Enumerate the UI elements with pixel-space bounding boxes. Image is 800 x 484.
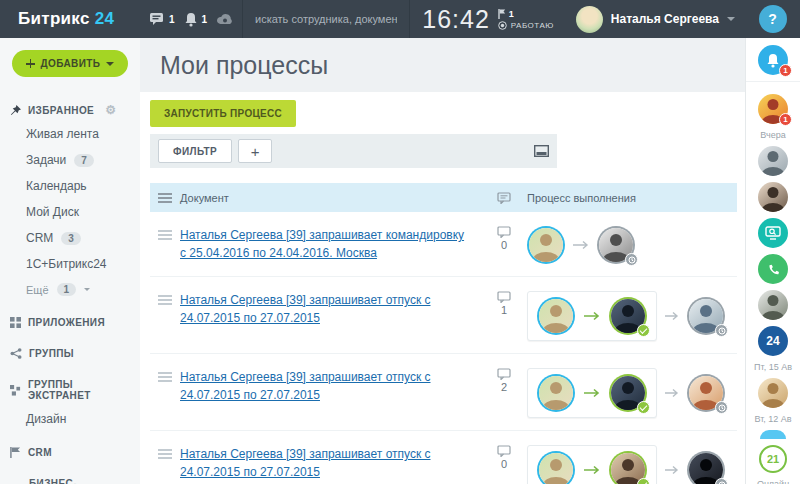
arrow-icon	[583, 465, 601, 475]
column-process[interactable]: Процесс выполнения	[527, 192, 737, 204]
sidebar-item-tasks[interactable]: Задачи7	[0, 147, 140, 173]
share-icon	[10, 348, 22, 359]
comments-cell[interactable]: 2	[481, 368, 527, 393]
menu-icon[interactable]	[158, 197, 172, 199]
chat-contact-avatar[interactable]	[758, 290, 788, 320]
document-link[interactable]: Наталья Сергеева [39] запрашивает отпуск…	[180, 291, 471, 327]
view-settings-icon[interactable]	[534, 145, 549, 157]
groups-title: ГРУППЫ	[29, 348, 74, 359]
work-status-label: РАБОТАЮ	[511, 21, 554, 30]
table-row[interactable]: Наталья Сергеева [39] запрашивает отпуск…	[150, 354, 737, 431]
start-process-button[interactable]: ЗАПУСТИТЬ ПРОЦЕСС	[150, 100, 296, 127]
chat-contact-avatar[interactable]	[758, 146, 788, 176]
sidebar-section-extranet-groups[interactable]: ГРУППЫ ЭКСТРАНЕТ	[0, 374, 140, 406]
column-document[interactable]: Документ	[180, 192, 481, 204]
comments-cell[interactable]: 0	[481, 445, 527, 470]
date-label: Вт, 12 Ав	[754, 414, 791, 424]
sidebar-section-groups[interactable]: ГРУППЫ	[0, 343, 140, 364]
approved-avatar[interactable]	[609, 451, 647, 484]
sidebar-item-crm[interactable]: CRM3	[0, 225, 140, 251]
table-row[interactable]: Наталья Сергеева [39] запрашивает команд…	[150, 212, 737, 277]
pending-approver-avatar[interactable]	[597, 226, 635, 264]
filter-button[interactable]: ФИЛЬТР	[158, 139, 232, 163]
sidebar-item-label: CRM	[26, 231, 53, 245]
screen-share-button[interactable]	[758, 218, 788, 248]
logo[interactable]: Битрикс 24	[0, 9, 140, 29]
sidebar-section-crm[interactable]: CRM	[0, 442, 140, 463]
notifications-count: 1	[202, 14, 208, 25]
notifications-button[interactable]: 1	[758, 45, 788, 75]
gear-icon[interactable]: ⚙	[105, 104, 116, 116]
initiator-avatar[interactable]	[537, 374, 575, 412]
work-time-widget[interactable]: 16:42 1 РАБОТАЮ	[410, 5, 566, 34]
pending-approver-avatar[interactable]	[687, 374, 725, 412]
comment-icon	[497, 368, 511, 380]
sidebar-item-calendar[interactable]: Календарь	[0, 173, 140, 199]
approved-avatar[interactable]	[609, 374, 647, 412]
help-button[interactable]: ?	[759, 5, 787, 33]
add-button[interactable]: ДОБАВИТЬ	[12, 50, 128, 77]
sidebar-item-live-feed[interactable]: Живая лента	[0, 121, 140, 147]
approved-avatar[interactable]	[609, 297, 647, 335]
bell-icon[interactable]	[184, 12, 198, 27]
waiting-status-icon	[715, 324, 728, 337]
document-link[interactable]: Наталья Сергеева [39] запрашивает отпуск…	[180, 368, 471, 404]
drag-handle-icon[interactable]	[158, 299, 172, 301]
completed-stage-box	[527, 291, 657, 341]
drag-handle-icon[interactable]	[158, 234, 172, 236]
sidebar-section-favorites: ИЗБРАННОЕ ⚙	[0, 99, 140, 121]
sidebar-item-my-drive[interactable]: Мой Диск	[0, 199, 140, 225]
comments-cell[interactable]: 1	[481, 291, 527, 316]
online-users-counter[interactable]: 21	[759, 445, 787, 473]
left-sidebar: ДОБАВИТЬ ИЗБРАННОЕ ⚙ Живая лента Задачи7…	[0, 38, 140, 484]
chat-contact-avatar[interactable]	[758, 182, 788, 212]
sidebar-item-label: Задачи	[26, 153, 66, 167]
bp-title: БИЗНЕС-ПРОЦЕССЫ	[29, 478, 130, 484]
topbar-notification-icons: 1 1	[140, 12, 242, 27]
sidebar-item-more[interactable]: Ещё1	[0, 277, 140, 302]
search-input[interactable]	[255, 13, 397, 25]
table-row[interactable]: Наталья Сергеева [39] запрашивает отпуск…	[150, 277, 737, 354]
table-row[interactable]: Наталья Сергеева [39] запрашивает отпуск…	[150, 431, 737, 484]
add-filter-button[interactable]: +	[238, 139, 272, 163]
initiator-avatar[interactable]	[537, 451, 575, 484]
logo-suffix: 24	[95, 9, 115, 28]
flag-icon	[498, 9, 506, 19]
sidebar-item-label: Дизайн	[26, 412, 66, 426]
clock: 16:42	[422, 5, 490, 34]
drag-handle-icon[interactable]	[158, 453, 172, 455]
online-label: Онлайн	[757, 479, 789, 484]
pending-approver-avatar[interactable]	[687, 451, 725, 484]
chat-contact-avatar[interactable]: 1	[758, 94, 788, 124]
call-button[interactable]	[758, 254, 788, 284]
initiator-avatar[interactable]	[527, 226, 565, 264]
partial-avatar[interactable]	[760, 430, 786, 439]
user-name: Наталья Сергеева	[611, 12, 719, 26]
more-badge: 1	[57, 283, 77, 296]
drag-handle-icon[interactable]	[158, 376, 172, 378]
sidebar-item-1c-bitrix24[interactable]: 1С+Битрикс24	[0, 251, 140, 277]
document-link[interactable]: Наталья Сергеева [39] запрашивает команд…	[180, 226, 471, 262]
pending-approver-avatar[interactable]	[687, 297, 725, 335]
messages-icon[interactable]	[149, 12, 165, 26]
sidebar-section-apps[interactable]: ПРИЛОЖЕНИЯ	[0, 312, 140, 333]
chat-contact-avatar[interactable]	[758, 378, 788, 408]
bot-label: 24	[766, 334, 779, 348]
document-link[interactable]: Наталья Сергеева [39] запрашивает отпуск…	[180, 445, 471, 481]
sidebar-section-business-processes[interactable]: БИЗНЕС-ПРОЦЕССЫ	[0, 473, 140, 484]
date-label: Пт, 15 Ав	[754, 362, 792, 372]
arrow-icon	[583, 388, 601, 398]
cloud-icon[interactable]	[216, 13, 233, 25]
sidebar-item-design[interactable]: Дизайн	[0, 406, 140, 432]
process-chain	[527, 368, 737, 418]
page-title: Мои процессы	[140, 38, 745, 92]
bitrix24-bot-avatar[interactable]: 24	[758, 326, 788, 356]
phone-icon	[766, 262, 780, 276]
user-menu[interactable]: Наталья Сергеева	[566, 6, 745, 33]
initiator-avatar[interactable]	[537, 297, 575, 335]
flag-count: 1	[509, 9, 514, 19]
arrow-icon	[664, 388, 680, 398]
comments-cell[interactable]: 0	[481, 226, 527, 251]
chevron-down-icon	[727, 17, 735, 21]
sidebar-item-label: Календарь	[26, 179, 87, 193]
